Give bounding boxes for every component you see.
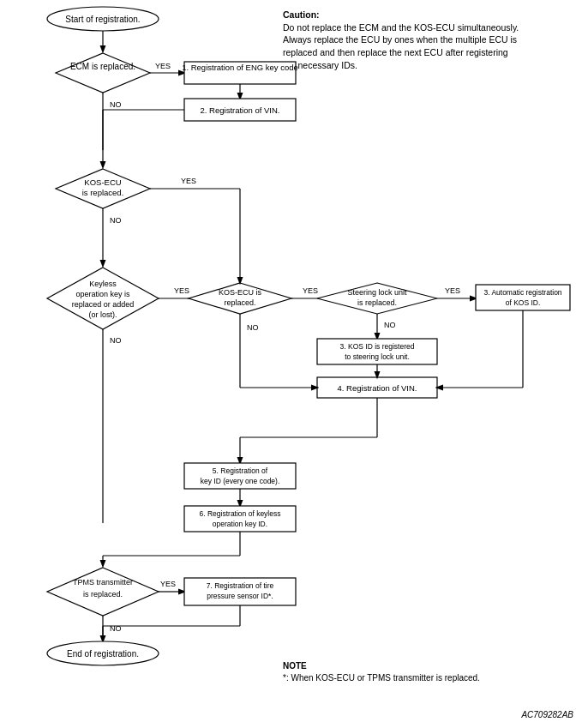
steering-diamond-label2: is replaced.: [357, 298, 397, 307]
ecm-no-label: NO: [110, 100, 122, 109]
step5-label1: 5. Registration of: [213, 466, 268, 475]
keyless-yes-label: YES: [174, 286, 189, 295]
kos-yes-label: YES: [181, 177, 196, 185]
page: Caution: Do not replace the ECM and the …: [0, 0, 582, 728]
keyless-no-label: NO: [110, 336, 122, 345]
step3a-label2: to steering lock unit.: [345, 352, 410, 361]
kos2-diamond-label2: replaced.: [224, 298, 255, 307]
tpms-diamond-label1: TPMS transmitter: [73, 578, 133, 587]
tpms-yes-label: YES: [160, 580, 176, 588]
keyless-diamond-label2: operation key is: [75, 290, 130, 298]
tpms-diamond-label2: is replaced.: [83, 590, 123, 599]
kos-no-label: NO: [110, 216, 122, 225]
step5-label2: key ID (every one code).: [201, 477, 280, 485]
step2-label: 2. Registration of VIN.: [201, 105, 280, 115]
keyless-diamond-label1: Keyless: [89, 280, 117, 288]
step7-label2: pressure sensor ID*.: [207, 592, 273, 600]
start-label: Start of registration.: [65, 15, 140, 24]
kos2-no-label: NO: [247, 323, 259, 332]
step3b-label2: of KOS ID.: [506, 298, 541, 307]
step1-label: 1. Registration of ENG key code: [182, 63, 298, 72]
step7-label1: 7. Registration of tire: [207, 581, 274, 590]
svg-marker-15: [47, 268, 159, 329]
kos-diamond-label1: KOS-ECU: [84, 177, 121, 187]
end-label: End of registration.: [67, 649, 139, 659]
step3b-label1: 3. Automatic registration: [483, 288, 561, 297]
keyless-diamond-label4: (or lost).: [88, 310, 117, 319]
steering-diamond-label1: Steering lock unit: [347, 288, 407, 297]
kos2-yes-label: YES: [303, 286, 318, 295]
ecm-yes-label: YES: [155, 62, 171, 70]
steering-no-label: NO: [384, 321, 396, 329]
svg-marker-2: [56, 53, 150, 93]
kos-diamond-label2: is replaced.: [82, 188, 124, 197]
kos2-diamond-label1: KOS-ECU is: [219, 288, 262, 297]
step3a-label1: 3. KOS ID is registered: [340, 342, 415, 351]
step4-label: 4. Registration of VIN.: [338, 383, 417, 393]
flowchart: Start of registration. ECM is replaced. …: [0, 0, 582, 728]
tpms-no-label: NO: [110, 624, 122, 633]
step6-label1: 6. Registration of keyless: [200, 509, 281, 518]
steering-yes-label: YES: [445, 286, 460, 295]
keyless-diamond-label3: replaced or added: [72, 300, 135, 309]
ecm-diamond-label: ECM is replaced.: [70, 62, 135, 71]
step6-label2: operation key ID.: [213, 520, 267, 528]
